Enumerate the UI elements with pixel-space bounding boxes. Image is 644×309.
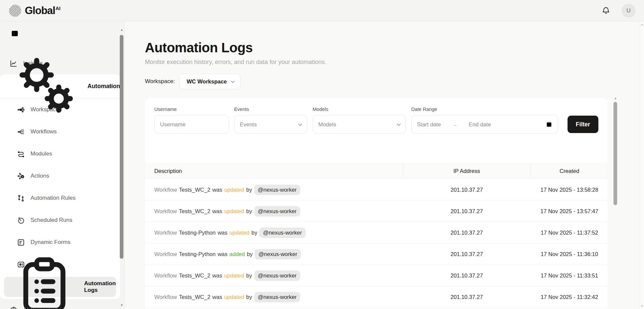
by-text: by	[246, 208, 252, 214]
column-header-description: Description	[145, 168, 402, 174]
sidebar-nav: Insights Automation	[0, 52, 124, 309]
sidebar-item-automation-rules[interactable]: Automation Rules	[0, 187, 120, 209]
workspace-select[interactable]: WC Workspace	[179, 74, 240, 89]
created-timestamp: 17 Nov 2025 - 11:37:52	[531, 230, 608, 236]
table-row[interactable]: Workflow Testing-Python was added by @ne…	[145, 244, 608, 265]
automation-group-card: Automation Workspaces	[0, 74, 120, 299]
gears-icon	[9, 49, 82, 124]
username-input-wrap	[154, 115, 229, 134]
username-filter-label: Username	[154, 107, 229, 112]
user-badge: @nexus-worker	[254, 270, 301, 281]
models-select[interactable]: Models	[313, 115, 406, 134]
by-text: by	[247, 251, 253, 257]
brand-logo: GlobalAI	[9, 4, 60, 17]
events-select[interactable]: Events	[234, 115, 307, 134]
date-range-arrow-icon: →	[452, 122, 458, 127]
was-text: was	[212, 272, 222, 279]
username-filter: Username	[154, 107, 229, 134]
workflow-label: Workflow	[154, 294, 177, 300]
chevron-down-icon	[108, 308, 111, 309]
scroll-down-arrow-icon[interactable]: ▼	[119, 304, 124, 307]
ip-address: 201.10.37.27	[402, 287, 531, 308]
action-text: added	[229, 251, 245, 257]
table-body: Workflow Tests_WC_2 was updated by @nexu…	[145, 179, 608, 308]
scroll-down-arrow-icon[interactable]: ▼	[640, 304, 644, 308]
sidebar-item-automation-logs[interactable]: Automation Logs	[4, 277, 116, 297]
sidebar-item-ai-orchestration[interactable]: AI Orchestration	[0, 299, 124, 309]
workflow-name: Testing-Python	[179, 230, 216, 236]
table-row[interactable]: Workflow Tests_WC_2 was updated by @nexu…	[145, 201, 608, 222]
table-row[interactable]: Workflow Testing-Python was updated by @…	[145, 222, 608, 244]
sidebar-item-dynamic-forms[interactable]: Dynamic Forms	[0, 231, 120, 253]
sidebar-item-workflows[interactable]: Workflows	[0, 121, 120, 143]
sidebar-item-scheduled-runs[interactable]: Scheduled Runs	[0, 209, 120, 231]
log-description: Workflow Testing-Python was added by @ne…	[154, 249, 402, 259]
start-date-placeholder[interactable]: Start date	[417, 121, 441, 128]
notifications-bell-icon[interactable]	[601, 6, 610, 15]
timer-icon	[17, 216, 25, 225]
sidebar-toggle-icon[interactable]	[10, 29, 19, 38]
scroll-up-arrow-icon[interactable]: ▲	[640, 23, 644, 26]
sidebar-item-label: Automation Logs	[84, 280, 116, 294]
page-scrollbar[interactable]: ▲ ▼	[640, 21, 644, 309]
username-input[interactable]	[160, 121, 223, 128]
sidebar-item-modules[interactable]: Modules	[0, 143, 120, 165]
action-text: updated	[224, 272, 244, 279]
filter-button[interactable]: Filter	[568, 116, 598, 133]
action-text: updated	[224, 208, 244, 214]
scroll-up-arrow-icon[interactable]: ▲	[119, 28, 124, 32]
sidebar-item-label: AI Orchestration	[23, 307, 64, 309]
sidebar-scrollbar[interactable]: ▲ ▼	[119, 21, 124, 309]
by-text: by	[246, 187, 252, 193]
end-date-placeholder[interactable]: End date	[469, 121, 491, 128]
scroll-up-arrow-icon[interactable]: ▲	[613, 97, 618, 100]
ip-address: 201.10.37.27	[402, 201, 531, 222]
sidebar-scrollbar-thumb[interactable]	[120, 35, 123, 259]
column-header-ip: IP Address	[402, 163, 531, 179]
brand-name: GlobalAI	[25, 5, 60, 17]
date-range-filter: Date Range Start date → End date	[411, 107, 558, 134]
was-text: was	[212, 208, 222, 214]
events-filter-label: Events	[234, 107, 307, 112]
sidebar-item-actions[interactable]: Actions	[0, 165, 120, 187]
log-description: Workflow Tests_WC_2 was updated by @nexu…	[154, 292, 402, 302]
date-range-filter-label: Date Range	[411, 107, 558, 112]
calendar-icon[interactable]	[546, 121, 552, 128]
was-text: was	[218, 230, 227, 236]
form-icon	[17, 238, 25, 247]
was-text: was	[212, 187, 222, 193]
created-timestamp: 17 Nov 2025 - 11:36:10	[531, 251, 608, 257]
workflow-name: Tests_WC_2	[179, 208, 211, 214]
user-avatar[interactable]: U	[622, 4, 635, 17]
by-text: by	[252, 230, 257, 236]
page-title: Automation Logs	[145, 40, 644, 55]
workflow-label: Workflow	[154, 272, 177, 279]
workflow-label: Workflow	[154, 187, 177, 193]
top-bar: GlobalAI U	[0, 0, 644, 21]
by-text: by	[246, 294, 252, 300]
action-text: updated	[229, 230, 250, 236]
workflow-label: Workflow	[154, 208, 177, 214]
table-row[interactable]: Workflow Tests_WC_2 was updated by @nexu…	[145, 287, 608, 308]
content-scrollbar-thumb[interactable]	[613, 102, 617, 205]
workspace-row: Workspace: WC Workspace	[145, 74, 644, 89]
table-row[interactable]: Workflow Tests_WC_2 was updated by @nexu…	[145, 265, 608, 287]
sidebar-item-automation[interactable]: Automation	[0, 74, 120, 99]
sidebar-item-label: Dynamic Forms	[31, 239, 70, 246]
column-header-created: Created	[531, 168, 608, 174]
models-filter: Models Models	[313, 107, 406, 134]
date-range-picker[interactable]: Start date → End date	[411, 115, 558, 134]
brand-superscript: AI	[55, 5, 60, 11]
models-select-placeholder: Models	[318, 121, 336, 128]
table-row[interactable]: Workflow Tests_WC_2 was updated by @nexu…	[145, 179, 608, 201]
user-badge: @nexus-worker	[254, 185, 301, 195]
chevron-down-icon	[397, 122, 400, 126]
sidebar-item-label: Workflows	[31, 128, 57, 135]
workflow-name: Tests_WC_2	[179, 272, 211, 279]
action-text: updated	[224, 294, 244, 300]
log-description: Workflow Testing-Python was updated by @…	[154, 228, 402, 238]
compare-icon	[17, 194, 25, 202]
content-scrollbar[interactable]: ▲	[613, 95, 618, 309]
log-description: Workflow Tests_WC_2 was updated by @nexu…	[154, 206, 402, 217]
models-filter-label: Models	[313, 107, 406, 112]
